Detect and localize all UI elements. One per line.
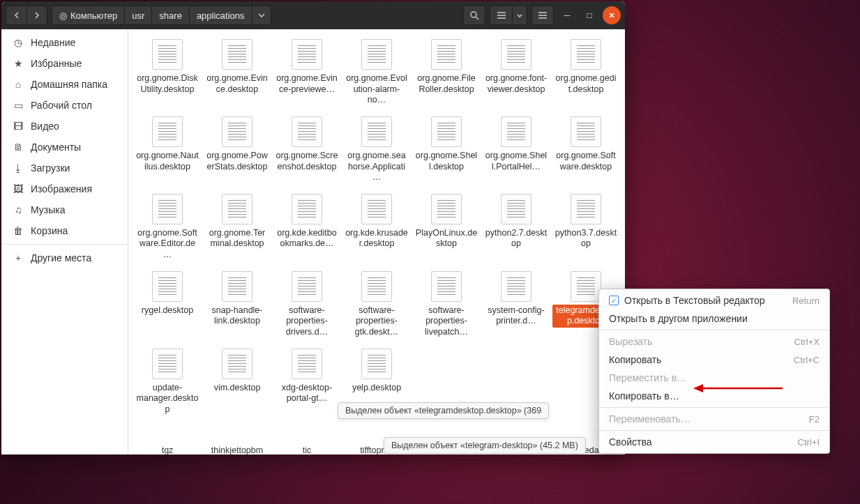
- path-segment-usr[interactable]: usr: [125, 6, 152, 24]
- file-item[interactable]: org.kde.keditbookmarks.de…: [272, 191, 342, 264]
- sidebar-item-clock[interactable]: ◷Недавние: [1, 32, 128, 53]
- context-menu-separator: [599, 430, 829, 431]
- close-button[interactable]: [603, 6, 621, 24]
- downloads-icon: ⭳: [13, 162, 24, 174]
- file-item[interactable]: python3.7.desktop: [551, 191, 621, 264]
- file-item[interactable]: snap-handle-link.desktop: [202, 268, 272, 342]
- context-menu-label: Открыть в Текстовый редактор: [624, 295, 765, 306]
- file-item[interactable]: org.gnome.gedit.desktop: [551, 36, 621, 109]
- file-name-label: snap-handle-link.desktop: [204, 305, 271, 328]
- file-name-label: python2.7.desktop: [483, 227, 550, 250]
- file-item[interactable]: org.gnome.Shell.PortalHel…: [481, 114, 551, 187]
- minimize-button[interactable]: ─: [558, 6, 576, 24]
- file-item[interactable]: org.gnome.Evince-previewe…: [272, 36, 342, 109]
- file-item[interactable]: org.kde.krusader.desktop: [342, 191, 412, 264]
- file-item[interactable]: PlayOnLinux.desktop: [412, 191, 481, 264]
- search-button[interactable]: [463, 6, 485, 25]
- file-name-label: org.gnome.Terminal.desktop: [204, 227, 271, 250]
- file-item[interactable]: org.gnome.Terminal.desktop: [202, 191, 272, 264]
- sidebar-item-label: Рабочий стол: [31, 100, 92, 111]
- desktop-icon: ▭: [13, 100, 24, 111]
- file-item[interactable]: software-properties-drivers.d…: [272, 268, 342, 342]
- context-menu-item: Переименовать…F2: [599, 410, 829, 428]
- file-name-label: org.gnome.Evolution-alarm-no…: [343, 72, 410, 107]
- sidebar-item-downloads[interactable]: ⭳Загрузки: [1, 158, 128, 178]
- file-item[interactable]: org.gnome.Software.Editor.de…: [133, 191, 202, 264]
- file-icon: [361, 271, 392, 302]
- sidebar-item-other-places[interactable]: +Другие места: [1, 247, 128, 268]
- file-name-label: system-config-printer.d…: [483, 305, 550, 328]
- file-item[interactable]: tgz: [133, 422, 202, 455]
- svg-line-1: [476, 17, 478, 20]
- file-item[interactable]: system-config-printer.d…: [481, 268, 551, 342]
- file-item[interactable]: org.gnome.seahorse.Applicati…: [342, 114, 412, 187]
- path-segment-share[interactable]: share: [152, 6, 190, 24]
- context-menu-item[interactable]: КопироватьCtrl+C: [599, 351, 829, 369]
- context-menu-item[interactable]: ✓Открыть в Текстовый редакторReturn: [599, 291, 829, 310]
- file-item[interactable]: org.gnome.font-viewer.desktop: [481, 36, 551, 109]
- hamburger-menu-button[interactable]: [531, 6, 554, 25]
- file-item[interactable]: org.gnome.Evince.desktop: [202, 36, 272, 109]
- sidebar-item-desktop[interactable]: ▭Рабочий стол: [1, 95, 128, 116]
- back-button[interactable]: [6, 6, 27, 25]
- sidebar-item-star[interactable]: ★Избранные: [1, 53, 128, 74]
- sidebar-item-label: Документы: [31, 142, 81, 153]
- file-icon: [361, 39, 392, 70]
- context-menu-item[interactable]: СвойстваCtrl+I: [599, 433, 829, 451]
- file-name-label: yelp.desktop: [350, 382, 403, 395]
- sidebar-item-label: Видео: [31, 121, 59, 132]
- forward-button[interactable]: [27, 6, 47, 25]
- file-item[interactable]: rygel.desktop: [133, 268, 202, 342]
- sidebar-item-label: Избранные: [31, 58, 82, 69]
- file-item[interactable]: org.gnome.Nautilus.desktop: [133, 114, 202, 187]
- sidebar-item-trash[interactable]: 🗑Корзина: [1, 220, 128, 241]
- file-item[interactable]: org.gnome.Evolution-alarm-no…: [342, 36, 412, 109]
- file-icon: [431, 39, 462, 70]
- sidebar-item-music[interactable]: ♫Музыка: [1, 199, 128, 220]
- path-overflow-button[interactable]: [252, 6, 271, 24]
- file-icon: [152, 39, 183, 70]
- file-name-label: rygel.desktop: [139, 305, 195, 317]
- file-item[interactable]: org.gnome.DiskUtility.desktop: [133, 36, 202, 109]
- file-icon: [571, 194, 601, 224]
- context-menu-item[interactable]: Открыть в другом приложении: [599, 310, 829, 328]
- file-icon: [222, 194, 252, 224]
- file-icon: [571, 116, 601, 147]
- file-item[interactable]: org.gnome.PowerStats.desktop: [202, 114, 272, 187]
- path-segment-applications[interactable]: applications: [190, 6, 252, 24]
- sidebar-item-images[interactable]: 🖼Изображения: [1, 178, 128, 199]
- file-name-label: org.gnome.Software.desktop: [552, 150, 619, 173]
- file-icon: [431, 116, 462, 147]
- file-name-label: org.gnome.Shell.PortalHel…: [483, 150, 550, 173]
- file-icon: [222, 116, 252, 147]
- file-item[interactable]: python2.7.desktop: [481, 191, 551, 264]
- file-item[interactable]: update-manager.desktop: [133, 346, 202, 419]
- sidebar-item-video[interactable]: 🎞Видео: [1, 116, 128, 137]
- file-icon: [431, 271, 462, 302]
- file-name-label: software-properties-gtk.deskt…: [343, 305, 410, 339]
- file-item[interactable]: thinkjettopbm: [202, 422, 272, 455]
- sidebar-item-documents[interactable]: 🗎Документы: [1, 137, 128, 158]
- sidebar-item-home[interactable]: ⌂Домашняя папка: [1, 74, 128, 95]
- file-item[interactable]: org.gnome.Software.desktop: [551, 114, 621, 187]
- file-item[interactable]: vim.desktop: [202, 346, 272, 419]
- list-view-button[interactable]: [490, 6, 512, 25]
- path-segment-root[interactable]: ◎ Компьютер: [52, 6, 125, 24]
- file-item[interactable]: xdg-desktop-portal-gt…: [272, 346, 342, 419]
- file-item[interactable]: software-properties-livepatch…: [412, 268, 481, 342]
- file-name-label: PlayOnLinux.desktop: [413, 227, 480, 250]
- file-icon: [292, 349, 322, 379]
- file-item[interactable]: org.gnome.FileRoller.desktop: [412, 36, 481, 109]
- file-icon: [501, 116, 531, 147]
- file-item[interactable]: tic: [272, 422, 342, 455]
- file-item[interactable]: software-properties-gtk.deskt…: [342, 268, 412, 342]
- file-name-label: org.gnome.Nautilus.desktop: [134, 150, 201, 173]
- file-icon: [152, 116, 183, 147]
- context-menu-item[interactable]: Копировать в…: [599, 387, 829, 405]
- file-name-label: tic: [301, 445, 314, 455]
- context-menu-label: Свойства: [609, 436, 651, 448]
- maximize-button[interactable]: □: [580, 6, 598, 24]
- view-dropdown-button[interactable]: [512, 6, 527, 25]
- file-item[interactable]: org.gnome.Screenshot.desktop: [272, 114, 342, 187]
- file-item[interactable]: org.gnome.Shell.desktop: [412, 114, 481, 187]
